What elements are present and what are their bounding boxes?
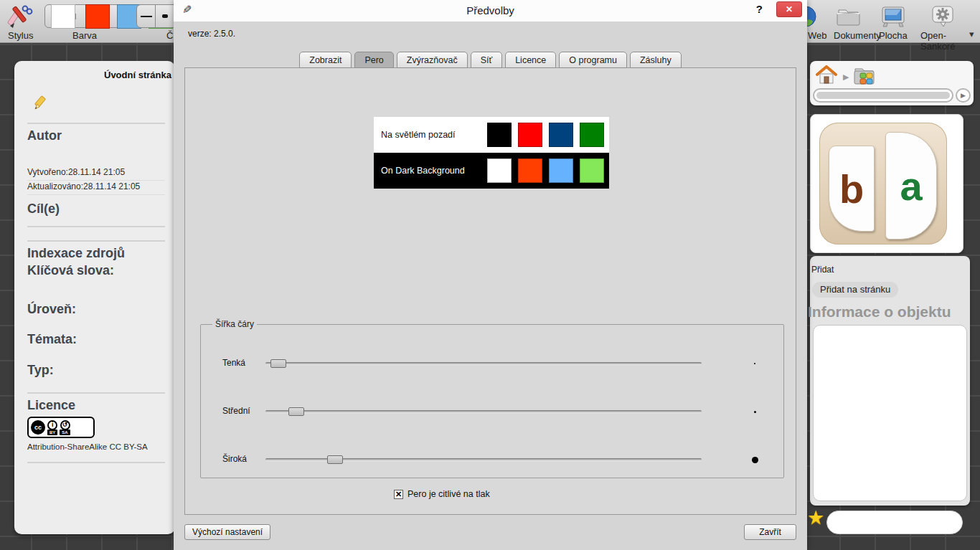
favorite-star-icon[interactable]: ★: [807, 506, 824, 529]
pen-dark-swatches: [487, 158, 604, 183]
slider-handle[interactable]: [288, 407, 304, 416]
indexing-heading: Indexace zdrojů: [27, 246, 125, 261]
scroll-right-button[interactable]: ▶: [956, 88, 971, 103]
toolbar-web-label: Web: [808, 30, 827, 41]
edit-pencil-icon[interactable]: [32, 94, 50, 113]
pressure-checkbox[interactable]: ✕: [394, 490, 403, 499]
tab-zv-raz-ova-[interactable]: Zvýrazňovač: [397, 52, 468, 68]
type-label: Typ:: [27, 363, 54, 378]
cc-by-tag: BY: [47, 430, 57, 435]
tab-s-[interactable]: Síť: [471, 52, 503, 68]
help-button[interactable]: ?: [756, 3, 763, 15]
library-item-card[interactable]: b a: [810, 114, 963, 253]
open-sankore-gear-icon[interactable]: [930, 4, 956, 30]
tab-licence[interactable]: Licence: [505, 52, 556, 68]
dark-background-label: On Dark Background: [381, 166, 487, 176]
tab-pero[interactable]: Pero: [354, 52, 393, 68]
library-home-icon[interactable]: [816, 65, 837, 85]
tab-z-sluhy[interactable]: Zásluhy: [630, 52, 682, 68]
library-scrollbar[interactable]: [813, 88, 953, 103]
pen-width-preview-dot: [748, 452, 762, 467]
app-icon-letter-b: b: [839, 166, 864, 212]
close-icon[interactable]: ✕: [776, 1, 802, 17]
page-title: Úvodní stránka: [104, 70, 171, 80]
toolbar-color-swatch[interactable]: [85, 4, 110, 29]
updated-date: Aktualizováno:28.11.14 21:05: [27, 181, 165, 195]
slider-track[interactable]: [265, 362, 702, 365]
breadcrumb-separator-icon: ▶: [843, 72, 849, 82]
pen-light-color-swatch[interactable]: [549, 123, 573, 147]
slider-track[interactable]: [265, 458, 702, 461]
add-to-page-button[interactable]: Přidat na stránku: [812, 282, 898, 298]
cc-sa-arrow-icon: ↺: [60, 420, 70, 430]
line-width-thin-button[interactable]: [137, 5, 156, 27]
preferences-dialog: ✎ Předvolby ? ✕ verze: 2.5.0. ZobrazitPe…: [174, 0, 807, 550]
page-info-panel: Úvodní stránka Autor Vytvořeno:28.11.14 …: [14, 61, 175, 534]
library-navigation-panel: ▶ ▶: [810, 61, 974, 105]
divider: [27, 240, 165, 242]
toolbar-color-swatch[interactable]: [51, 4, 75, 29]
pen-light-swatches: [487, 123, 604, 147]
toolbar-documents-label: Dokumenty: [834, 30, 881, 41]
keywords-label: Klíčová slova:: [27, 263, 114, 278]
slider-handle[interactable]: [270, 359, 286, 368]
desktop-screen-icon[interactable]: [879, 4, 908, 29]
pen-tab-content: Na světlém pozadí On Dark Background Šíř…: [184, 67, 796, 515]
pen-dark-color-swatch[interactable]: [487, 158, 512, 183]
toolbar-color-group: [44, 4, 126, 28]
goals-heading: Cíl(e): [27, 201, 60, 217]
tab-o-programu[interactable]: O programu: [559, 52, 627, 68]
slider-row: Střední: [201, 404, 783, 419]
divider: [27, 392, 165, 394]
license-text: Attribution-ShareAlike CC BY-SA: [27, 442, 165, 454]
defaults-button[interactable]: Výchozí nastavení: [184, 524, 270, 540]
close-dialog-button[interactable]: Zavřít: [744, 524, 796, 540]
toolbar-overflow-caret-icon[interactable]: ▾: [969, 29, 974, 39]
pen-light-color-swatch[interactable]: [580, 123, 604, 147]
slider-label: Tenká: [222, 358, 245, 368]
cc-by-sa-badge: cc i BY ↺ SA: [27, 417, 95, 438]
cc-sa-tag: SA: [60, 430, 70, 435]
slider-row: Široká: [201, 452, 783, 467]
line-width-legend: Šířka čáry: [212, 319, 257, 329]
themes-label: Témata:: [27, 332, 77, 347]
dialog-title: Předvolby: [174, 4, 807, 16]
cc-logo-icon: cc: [31, 420, 45, 435]
add-label: Přidat: [811, 265, 834, 275]
line-width-medium-button[interactable]: [156, 5, 174, 27]
documents-folder-icon[interactable]: [834, 4, 863, 29]
pen-light-color-swatch[interactable]: [518, 123, 542, 147]
license-heading: Licence: [27, 398, 75, 413]
pen-dark-color-swatch[interactable]: [518, 158, 542, 183]
library-scrollbar-thumb[interactable]: [816, 92, 950, 99]
slider-track[interactable]: [265, 410, 702, 413]
library-search-input[interactable]: [826, 511, 963, 534]
pen-color-table: Na světlém pozadí On Dark Background: [374, 117, 609, 189]
author-heading: Autor: [27, 128, 62, 143]
divider: [27, 226, 165, 227]
slider-row: Tenká: [201, 356, 783, 371]
pressure-checkbox-label: Pero je citlivé na tlak: [407, 489, 490, 499]
object-info-box: [813, 325, 967, 501]
dialog-titlebar[interactable]: ✎ Předvolby ? ✕: [174, 0, 807, 22]
pen-dark-color-swatch[interactable]: [580, 158, 604, 183]
pen-light-color-swatch[interactable]: [487, 123, 512, 147]
pressure-checkbox-row[interactable]: ✕ Pero je citlivé na tlak: [394, 489, 490, 499]
slider-label: Střední: [222, 406, 250, 416]
toolbar-board-label: Plocha: [879, 30, 908, 41]
applications-folder-icon[interactable]: [852, 65, 879, 87]
dialog-tab-bar: ZobrazitPeroZvýrazňovačSíťLicenceO progr…: [174, 52, 807, 68]
version-label: verze: 2.5.0.: [188, 29, 235, 39]
slider-handle[interactable]: [327, 455, 343, 464]
divider: [27, 123, 165, 124]
level-label: Úroveň:: [27, 302, 76, 317]
object-info-panel: Přidat Přidat na stránku Informace o obj…: [810, 256, 970, 506]
stylus-icon[interactable]: [7, 4, 33, 30]
dictionary-app-icon[interactable]: b a: [819, 123, 947, 245]
app-window: Stylus Barva Čára Web Dokumenty: [0, 0, 980, 550]
color-group-label: Barva: [72, 30, 97, 41]
pen-dark-color-swatch[interactable]: [549, 158, 573, 183]
tab-zobrazit[interactable]: Zobrazit: [299, 52, 352, 68]
light-background-label: Na světlém pozadí: [381, 130, 487, 140]
created-date: Vytvořeno:28.11.14 21:05: [27, 167, 165, 181]
